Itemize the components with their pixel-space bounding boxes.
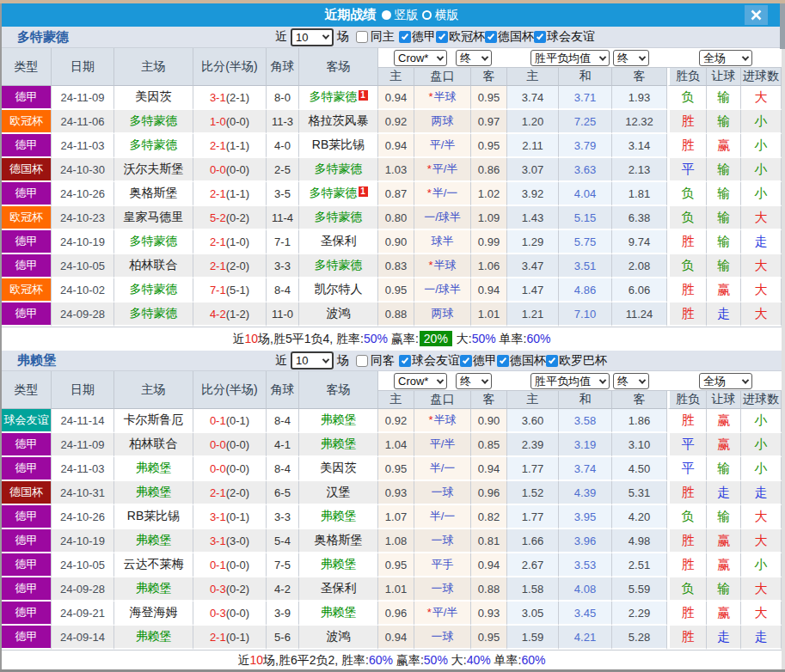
odds-source-select[interactable]: 胜平负均值: [530, 373, 610, 389]
avg-draw: 4.08: [559, 577, 612, 602]
match-date: 24-11-09: [52, 86, 114, 110]
result-goals: 大: [741, 302, 782, 327]
home-odds: 0.87: [378, 182, 414, 206]
away-odds: 0.95: [471, 134, 507, 158]
result-goals: 小: [741, 134, 782, 158]
league-type-badge: 德甲: [2, 577, 52, 602]
home-team: 多特蒙德: [114, 230, 193, 254]
avg-home: 1.77: [507, 457, 559, 481]
league-filter[interactable]: 球会友谊: [534, 29, 595, 45]
odds-source-select[interactable]: 终: [456, 50, 492, 66]
league-type-badge: 德甲: [2, 433, 52, 457]
same-venue-checkbox[interactable]: [356, 31, 368, 43]
odds-source-select[interactable]: 终: [456, 373, 492, 389]
corner-count: 3-9: [267, 602, 299, 626]
score: 0-3(0-2): [193, 577, 267, 602]
odds-source-select[interactable]: Crow*: [394, 373, 447, 389]
avg-home: 1.43: [507, 206, 559, 230]
avg-home: 2.67: [507, 553, 559, 577]
league-filter[interactable]: 德国杯: [485, 29, 534, 45]
result-wdl: 胜: [667, 302, 707, 327]
away-odds: 0.96: [471, 481, 507, 505]
avg-home: 2.11: [507, 134, 559, 158]
home-odds: 0.92: [378, 409, 414, 433]
close-button[interactable]: [745, 5, 768, 25]
corner-count: 7-5: [267, 553, 299, 577]
match-row: 德甲24-11-03多特蒙德2-1(1-1)4-0RB莱比锡0.94平/半0.9…: [2, 134, 782, 158]
league-filter[interactable]: 德甲: [460, 353, 497, 369]
score: 0-1(0-0): [193, 553, 267, 577]
result-handicap: 走: [707, 302, 741, 327]
avg-draw: 3.79: [559, 134, 612, 158]
result-goals: 大: [741, 278, 782, 302]
league-filter[interactable]: 球会友谊: [399, 353, 460, 369]
away-odds: 0.90: [471, 409, 507, 433]
away-team: 弗赖堡: [299, 505, 378, 529]
league-filter[interactable]: 欧冠杯: [436, 29, 485, 45]
corner-count: 11-3: [267, 110, 299, 134]
match-row: 欧冠杯24-11-06多特蒙德1-0(0-0)11-3格拉茨风暴0.92两球0.…: [2, 110, 782, 134]
chevron-down-icon: [322, 356, 329, 363]
home-team: 弗赖堡: [114, 481, 193, 505]
col-header-date: 日期: [52, 371, 114, 409]
match-count-select[interactable]: 10: [291, 28, 334, 46]
radio-vertical-selected-icon[interactable]: [382, 10, 391, 20]
match-count-select[interactable]: 10: [291, 351, 334, 370]
score: 0-3(0-0): [193, 602, 267, 626]
corner-count: 3-3: [267, 254, 299, 278]
avg-draw: 3.74: [559, 457, 612, 481]
handicap: 一球: [414, 481, 471, 505]
match-date: 24-10-26: [52, 505, 114, 529]
same-venue-checkbox[interactable]: [356, 355, 368, 367]
handicap: 球半: [414, 230, 471, 254]
avg-away: 11.24: [612, 302, 667, 327]
result-wdl: 胜: [667, 409, 707, 433]
avg-home: 3.74: [507, 86, 559, 110]
checkbox-checked-icon: [485, 31, 497, 43]
odds-source-select[interactable]: 终: [613, 373, 649, 389]
away-team: 美因茨: [299, 457, 378, 481]
corner-count: 6-5: [267, 481, 299, 505]
result-goals: 小: [741, 182, 782, 206]
handicap: 平手: [414, 553, 471, 577]
checkbox-checked-icon: [399, 31, 411, 43]
chevron-down-icon: [742, 53, 749, 60]
avg-draw: 4.04: [559, 182, 612, 206]
col-subheader: 盘口: [414, 68, 471, 86]
home-team: RB莱比锡: [114, 505, 193, 529]
col-header-away: 客场: [299, 48, 378, 86]
league-filter[interactable]: 德国杯: [497, 353, 546, 369]
odds-source-select[interactable]: 终: [613, 50, 649, 66]
odds-source-select[interactable]: Crow*: [394, 50, 447, 66]
col-subheader: 进球数: [741, 68, 782, 86]
home-odds: 1.08: [378, 529, 414, 553]
corner-count: 4-2: [267, 577, 299, 602]
result-handicap: 输: [707, 230, 741, 254]
col-header-home: 主场: [114, 48, 193, 86]
handicap: 一/球半: [414, 206, 471, 230]
score: 5-2(0-2): [193, 206, 267, 230]
avg-home: 1.52: [507, 481, 559, 505]
radio-horizontal-label[interactable]: 横版: [435, 8, 459, 23]
avg-home: 1.29: [507, 230, 559, 254]
home-team: 云达不莱梅: [114, 553, 193, 577]
league-type-badge: 德甲: [2, 457, 52, 481]
score: 1-0(0-0): [193, 110, 267, 134]
odds-source-select[interactable]: 全场: [699, 373, 752, 389]
home-team: 美因茨: [114, 86, 193, 110]
league-filter[interactable]: 欧罗巴杯: [546, 353, 607, 369]
result-handicap: 输: [707, 110, 741, 134]
league-filter[interactable]: 德甲: [399, 29, 436, 45]
result-goals: 小: [741, 409, 782, 433]
odds-source-select[interactable]: 胜平负均值: [530, 50, 610, 66]
col-subheader: 主: [507, 68, 559, 86]
match-date: 24-10-19: [52, 529, 114, 553]
result-wdl: 胜: [667, 134, 707, 158]
match-row: 德甲24-10-05云达不莱梅0-1(0-0)7-5弗赖堡0.95平手0.942…: [2, 553, 782, 577]
summary-line: 近10场,胜6平2负2, 胜率:60% 赢率:50% 大:40% 单率:60%: [2, 650, 782, 669]
odds-source-select[interactable]: 全场: [699, 50, 752, 66]
radio-horizontal-icon[interactable]: [422, 10, 432, 20]
score: 2-1(0-1): [193, 626, 267, 650]
radio-vertical-label[interactable]: 竖版: [395, 8, 419, 23]
col-subheader: 让球: [707, 391, 741, 409]
